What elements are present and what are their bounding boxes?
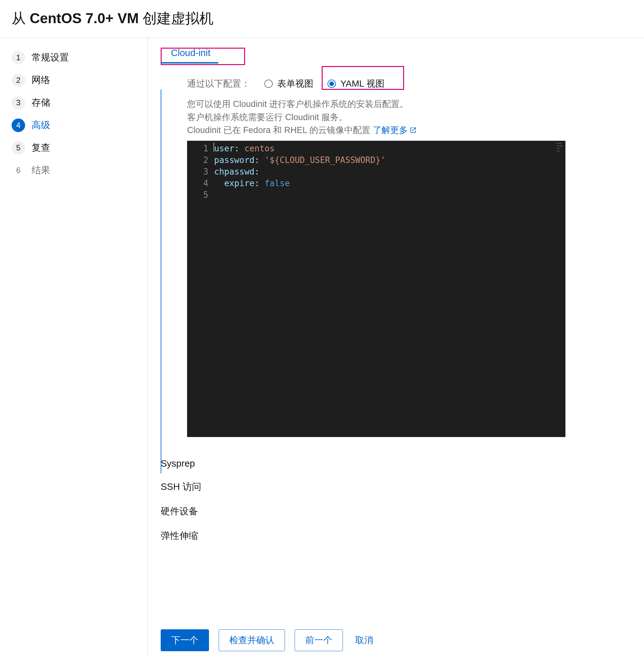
editor-code[interactable]: user: centos password: '${CLOUD_USER_PAS… (213, 141, 530, 437)
radio-yaml-group: YAML 视图 (327, 77, 385, 90)
line-number: 2 (187, 154, 208, 166)
code-line: chpasswd: (214, 166, 530, 178)
title-prefix: 从 (12, 10, 30, 26)
desc-text: Cloudinit 已在 Fedora 和 RHEL 的云镜像中配置 (187, 125, 373, 135)
learn-more-link[interactable]: 了解更多 (373, 125, 417, 135)
advanced-sections: Sysprep SSH 访问 硬件设备 弹性伸缩 (161, 453, 632, 548)
line-number: 1 (187, 143, 208, 154)
wizard-step-review[interactable]: 5 复查 (12, 137, 136, 159)
section-sysprep[interactable]: Sysprep (161, 453, 632, 475)
title-suffix: 创建虚拟机 (139, 10, 213, 26)
step-label: 高级 (31, 119, 50, 132)
step-label: 结果 (31, 164, 50, 177)
config-label: 通过以下配置： (187, 77, 250, 90)
yaml-editor[interactable]: 1 2 3 4 5 user: centos password: '${CLOU… (187, 141, 566, 437)
radio-form-view[interactable]: 表单视图 (264, 77, 313, 90)
editor-minimap[interactable]: ▬▬▬▬▬▬▬▬▬▬▬ (530, 141, 566, 437)
wizard-step-advanced[interactable]: 4 高级 (12, 114, 136, 137)
section-ssh[interactable]: SSH 访问 (161, 475, 632, 499)
wizard-step-result: 6 结果 (12, 159, 136, 182)
step-number: 5 (12, 141, 25, 155)
code-line: password: '${CLOUD_USER_PASSWORD}' (214, 154, 530, 166)
code-line: user: centos (214, 143, 530, 154)
cloud-init-content: 通过以下配置： 表单视图 YAML 视图 您可以使用 Cloudin (161, 64, 632, 437)
radio-icon (264, 80, 273, 88)
step-label: 常规设置 (31, 51, 69, 64)
tab-row: Cloud-init (161, 48, 632, 64)
external-link-icon (410, 124, 417, 137)
tab-label: Cloud-init (171, 48, 211, 58)
step-number: 3 (12, 96, 25, 110)
next-button[interactable]: 下一个 (161, 629, 209, 651)
step-number: 1 (12, 51, 25, 64)
wizard-step-storage[interactable]: 3 存储 (12, 91, 136, 114)
step-label: 复查 (31, 141, 50, 154)
step-number: 4 (12, 118, 25, 132)
desc-line: Cloudinit 已在 Fedora 和 RHEL 的云镜像中配置 了解更多 (187, 124, 632, 137)
code-line: expire: false (214, 178, 530, 189)
radio-label: YAML 视图 (340, 77, 385, 90)
page-header: 从 CentOS 7.0+ VM 创建虚拟机 (0, 0, 644, 38)
cancel-button[interactable]: 取消 (352, 630, 376, 651)
line-number: 3 (187, 166, 208, 178)
step-number: 6 (12, 164, 25, 177)
radio-label: 表单视图 (277, 77, 313, 90)
cloud-init-description: 您可以使用 Cloudinit 进行客户机操作系统的安装后配置。 客户机操作系统… (187, 97, 632, 137)
minimap-content: ▬▬▬▬▬▬▬▬▬▬▬ (557, 142, 563, 152)
check-confirm-button[interactable]: 检查并确认 (218, 629, 285, 651)
main-panel: Cloud-init 通过以下配置： 表单视图 YAML 视图 (147, 38, 644, 657)
wizard-step-general[interactable]: 1 常规设置 (12, 46, 136, 69)
radio-icon (327, 80, 336, 88)
link-text: 了解更多 (373, 125, 408, 135)
step-label: 存储 (31, 96, 50, 109)
editor-gutter: 1 2 3 4 5 (187, 141, 213, 437)
section-autoscale[interactable]: 弹性伸缩 (161, 524, 632, 548)
step-number: 2 (12, 73, 25, 87)
config-view-row: 通过以下配置： 表单视图 YAML 视图 (187, 77, 632, 90)
editor-cursor (213, 143, 214, 152)
step-label: 网络 (31, 74, 50, 87)
desc-line: 客户机操作系统需要运行 Cloudinit 服务。 (187, 111, 632, 124)
line-number: 5 (187, 189, 208, 201)
tab-cloud-init[interactable]: Cloud-init (161, 48, 218, 64)
desc-line: 您可以使用 Cloudinit 进行客户机操作系统的安装后配置。 (187, 97, 632, 111)
wizard-step-network[interactable]: 2 网络 (12, 69, 136, 91)
wizard-footer: 下一个 检查并确认 前一个 取消 (161, 623, 632, 651)
radio-yaml-view[interactable]: YAML 视图 (327, 77, 385, 90)
section-hardware[interactable]: 硬件设备 (161, 499, 632, 524)
wizard-steps-sidebar: 1 常规设置 2 网络 3 存储 4 高级 5 复查 6 结果 (0, 38, 147, 657)
line-number: 4 (187, 178, 208, 189)
previous-button[interactable]: 前一个 (295, 629, 343, 651)
title-bold: CentOS 7.0+ VM (30, 10, 139, 26)
page-title: 从 CentOS 7.0+ VM 创建虚拟机 (12, 9, 632, 28)
